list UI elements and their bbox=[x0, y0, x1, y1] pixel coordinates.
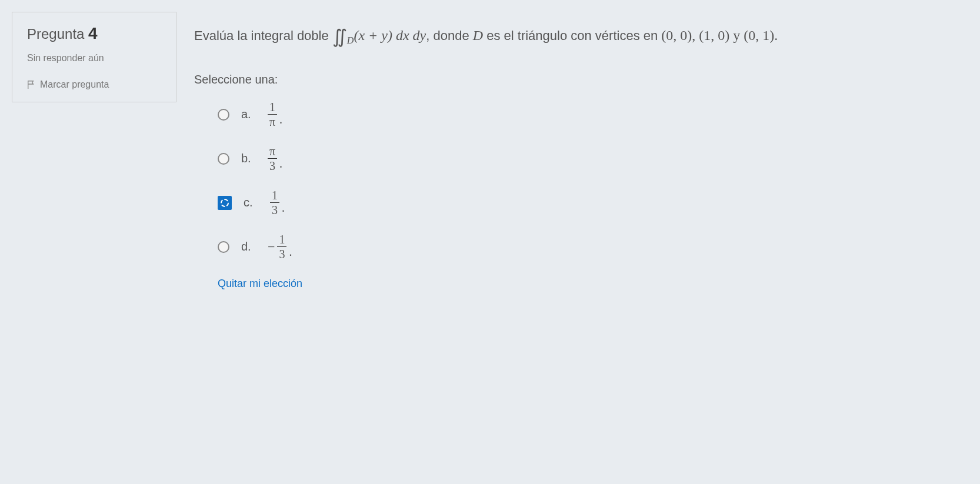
option-a-num: 1 bbox=[268, 101, 277, 114]
option-d[interactable]: d. − 1 3 . bbox=[218, 233, 968, 260]
flag-icon bbox=[27, 80, 35, 89]
radio-selected-icon bbox=[221, 199, 229, 207]
question-number: 4 bbox=[88, 24, 98, 42]
option-d-den: 3 bbox=[277, 246, 286, 260]
option-c-num: 1 bbox=[270, 189, 279, 202]
option-b-value: π 3 . bbox=[268, 145, 282, 172]
option-a-den: π bbox=[268, 114, 277, 128]
q-text-prefix: Evalúa la integral doble bbox=[194, 28, 332, 43]
radio-c-selected[interactable] bbox=[218, 196, 232, 210]
question-text: Evalúa la integral doble ∬D(x + y) dx dy… bbox=[194, 21, 968, 52]
option-b-den: 3 bbox=[268, 158, 277, 172]
option-d-label: d. bbox=[241, 240, 256, 253]
option-b-label: b. bbox=[241, 152, 256, 165]
option-a[interactable]: a. 1 π . bbox=[218, 101, 968, 128]
options-group: a. 1 π . b. π 3 . bbox=[218, 101, 968, 260]
flag-label: Marcar pregunta bbox=[40, 79, 109, 90]
title-prefix: Pregunta bbox=[27, 26, 84, 42]
option-c-value: 1 3 . bbox=[270, 189, 285, 216]
integral-expression: ∬D(x + y) dx dy bbox=[332, 28, 426, 43]
d-variable: D bbox=[473, 28, 483, 43]
option-d-neg: − bbox=[268, 239, 275, 255]
q-text-after-d: es el triángulo con vértices en bbox=[483, 28, 661, 43]
option-a-value: 1 π . bbox=[268, 101, 282, 128]
clear-choice-link[interactable]: Quitar mi elección bbox=[218, 278, 968, 290]
option-d-num: 1 bbox=[277, 233, 286, 246]
option-d-value: − 1 3 . bbox=[268, 233, 292, 260]
option-c-den: 3 bbox=[270, 202, 279, 216]
option-a-label: a. bbox=[241, 108, 256, 121]
radio-d[interactable] bbox=[218, 241, 229, 253]
radio-b[interactable] bbox=[218, 153, 229, 165]
question-title: Pregunta 4 bbox=[27, 24, 161, 43]
q-text-mid: , donde bbox=[426, 28, 473, 43]
flag-question-link[interactable]: Marcar pregunta bbox=[27, 79, 161, 90]
option-c[interactable]: c. 1 3 . bbox=[218, 189, 968, 216]
option-b[interactable]: b. π 3 . bbox=[218, 145, 968, 172]
integral-sub: D bbox=[347, 35, 354, 45]
option-c-label: c. bbox=[244, 196, 258, 209]
radio-a[interactable] bbox=[218, 109, 229, 121]
vertices: (0, 0), (1, 0) y (0, 1). bbox=[661, 28, 778, 43]
option-b-num: π bbox=[268, 145, 277, 158]
question-main: Evalúa la integral doble ∬D(x + y) dx dy… bbox=[194, 12, 968, 290]
select-one-label: Seleccione una: bbox=[194, 73, 968, 86]
answer-status: Sin responder aún bbox=[27, 52, 161, 65]
question-sidebar: Pregunta 4 Sin responder aún Marcar preg… bbox=[12, 12, 176, 102]
